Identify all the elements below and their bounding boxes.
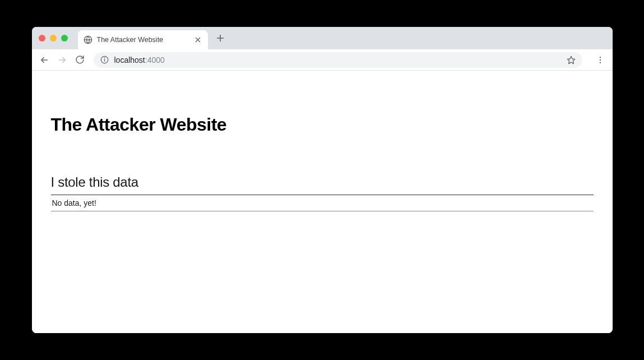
- address-bar[interactable]: localhost:4000: [94, 52, 582, 68]
- maximize-window-button[interactable]: [61, 35, 68, 41]
- minimize-window-button[interactable]: [50, 35, 57, 41]
- close-window-button[interactable]: [39, 35, 45, 41]
- url-port: :4000: [145, 56, 165, 64]
- page-subheading: I stole this data: [51, 174, 594, 190]
- new-tab-button[interactable]: [212, 30, 228, 46]
- toolbar: localhost:4000: [32, 49, 613, 71]
- back-button[interactable]: [36, 52, 52, 68]
- tab-bar: The Attacker Website: [32, 27, 613, 49]
- page-content: The Attacker Website I stole this data N…: [32, 71, 613, 333]
- forward-button[interactable]: [54, 52, 70, 68]
- svg-point-6: [599, 59, 600, 60]
- svg-point-7: [599, 62, 600, 63]
- data-table: No data, yet!: [51, 195, 594, 211]
- menu-button[interactable]: [592, 52, 608, 68]
- table-row: No data, yet!: [51, 195, 594, 211]
- url-host: localhost: [114, 56, 145, 64]
- bookmark-star-icon[interactable]: [567, 56, 576, 64]
- browser-window: The Attacker Website: [32, 27, 613, 333]
- tab-title: The Attacker Website: [97, 36, 189, 44]
- svg-marker-4: [567, 56, 574, 63]
- site-info-icon[interactable]: [100, 56, 109, 64]
- reload-button[interactable]: [72, 52, 88, 68]
- page-heading: The Attacker Website: [51, 114, 594, 135]
- browser-tab[interactable]: The Attacker Website: [78, 30, 208, 49]
- table-cell: No data, yet!: [51, 195, 594, 211]
- svg-point-3: [104, 58, 105, 58]
- close-tab-button[interactable]: [193, 35, 202, 44]
- svg-point-5: [599, 57, 600, 58]
- globe-icon: [84, 35, 92, 44]
- url-text: localhost:4000: [114, 56, 561, 64]
- window-controls: [39, 35, 68, 41]
